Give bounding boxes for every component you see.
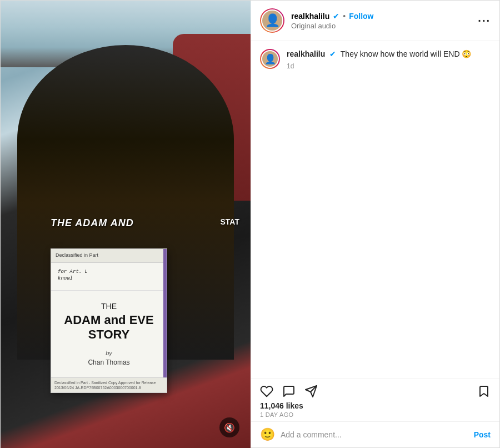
heart-icon bbox=[260, 385, 273, 398]
post-details: 👤 realkhalilu ✔ • Follow Original audio … bbox=[251, 1, 499, 447]
comment-verified: ✔ bbox=[329, 49, 336, 58]
like-button[interactable] bbox=[260, 385, 273, 398]
post-comment-button[interactable]: Post bbox=[474, 430, 491, 439]
media-title-overlay: THE ADAM AND bbox=[51, 217, 134, 229]
book-content: THE ADAM and EVESTORY by Chan Thomas bbox=[51, 291, 167, 378]
comment-avatar: 👤 bbox=[261, 50, 279, 68]
book-footer: Declassified in Part - Sanitized Copy Ap… bbox=[51, 377, 167, 392]
media-stat-overlay: STAT bbox=[221, 217, 239, 226]
bookmark-button[interactable] bbox=[477, 385, 491, 398]
comment-input-area: 🙂 Post bbox=[251, 421, 499, 447]
audio-label: Original audio bbox=[291, 22, 471, 30]
post-timestamp: 1 DAY AGO bbox=[260, 411, 491, 418]
book-stamp-line2: knowl bbox=[58, 275, 160, 282]
comment-text: realkhalilu ✔ They know how the world wi… bbox=[287, 49, 491, 60]
post-comments: 👤 realkhalilu ✔ They know how the world … bbox=[251, 41, 499, 379]
media-background: THE ADAM AND STAT Declassified in Part f… bbox=[1, 1, 251, 448]
book-purple-bar bbox=[163, 249, 167, 392]
book-title: ADAM and EVESTORY bbox=[60, 313, 158, 342]
post-container: THE ADAM AND STAT Declassified in Part f… bbox=[0, 0, 500, 448]
emoji-button[interactable]: 🙂 bbox=[260, 427, 275, 442]
book-stamp-line1: for Art. L bbox=[58, 268, 160, 276]
mute-button[interactable]: 🔇 bbox=[219, 417, 239, 437]
user-avatar: 👤 bbox=[261, 9, 283, 32]
comment-avatar-wrapper: 👤 bbox=[260, 49, 280, 69]
comment-username[interactable]: realkhalilu bbox=[287, 49, 325, 58]
more-options-button[interactable]: ··· bbox=[478, 14, 491, 27]
username-row: realkhalilu ✔ • Follow bbox=[291, 12, 471, 21]
book-the: THE bbox=[60, 302, 158, 311]
avatar-face: 👤 bbox=[265, 13, 280, 28]
post-actions: 11,046 likes 1 DAY AGO bbox=[251, 379, 499, 421]
share-icon bbox=[304, 385, 318, 398]
comment-timestamp: 1d bbox=[287, 62, 491, 70]
comment-avatar-face: 👤 bbox=[264, 53, 276, 65]
book-by: by bbox=[60, 350, 158, 356]
verified-badge: ✔ bbox=[333, 12, 339, 21]
likes-count: 11,046 likes bbox=[260, 401, 491, 410]
post-media: THE ADAM AND STAT Declassified in Part f… bbox=[1, 1, 251, 448]
book-stamp-area: for Art. L knowl bbox=[51, 263, 167, 291]
bookmark-icon bbox=[477, 385, 491, 398]
post-header: 👤 realkhalilu ✔ • Follow Original audio … bbox=[251, 1, 499, 41]
post-username[interactable]: realkhalilu bbox=[291, 12, 329, 21]
action-icons-row bbox=[260, 385, 491, 398]
comment-icon bbox=[282, 385, 296, 398]
header-info: realkhalilu ✔ • Follow Original audio bbox=[291, 12, 471, 30]
book-author: Chan Thomas bbox=[60, 359, 158, 366]
comment-item: 👤 realkhalilu ✔ They know how the world … bbox=[260, 49, 491, 70]
user-avatar-wrapper: 👤 bbox=[260, 8, 284, 33]
comment-button[interactable] bbox=[282, 385, 296, 398]
comment-body: They know how the world will END 😳 bbox=[341, 49, 472, 58]
comment-content: realkhalilu ✔ They know how the world wi… bbox=[287, 49, 491, 70]
book-overlay: Declassified in Part for Art. L knowl TH… bbox=[51, 248, 167, 393]
comment-input[interactable] bbox=[281, 430, 468, 439]
share-button[interactable] bbox=[304, 385, 318, 398]
book-header-bar: Declassified in Part bbox=[51, 249, 167, 263]
follow-button[interactable]: Follow bbox=[349, 12, 373, 21]
mute-icon: 🔇 bbox=[224, 422, 235, 433]
dot-separator: • bbox=[343, 12, 346, 21]
